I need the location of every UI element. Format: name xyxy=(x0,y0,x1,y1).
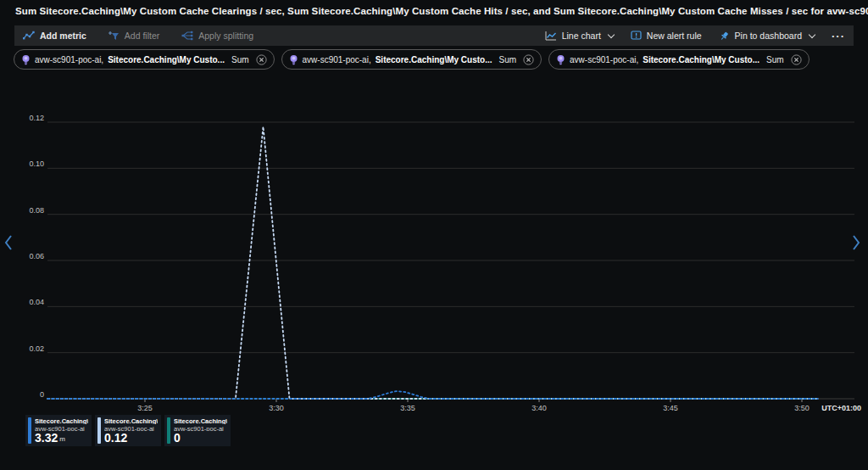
pin-to-dashboard-label: Pin to dashboard xyxy=(735,31,802,41)
legend-card[interactable]: Sitecore.Caching\My ... avw-sc901-poc-ai… xyxy=(164,415,231,446)
apply-splitting-label: Apply splitting xyxy=(198,31,253,41)
add-metric-button[interactable]: Add metric xyxy=(23,31,86,41)
y-tick-label: 0.10 xyxy=(29,159,44,168)
lightbulb-icon xyxy=(289,54,298,65)
legend-row: Sitecore.Caching\My ... avw-sc901-poc-ai… xyxy=(25,415,231,446)
chevron-down-icon xyxy=(809,31,815,37)
y-tick-label: 0 xyxy=(40,390,44,399)
pill-metric: Sitecore.Caching\My Custo... xyxy=(108,55,225,64)
add-filter-button[interactable]: Add filter xyxy=(108,31,159,41)
lightbulb-icon xyxy=(21,54,31,65)
x-tick-label: 3:50 xyxy=(794,404,810,412)
x-tick-label: 3:45 xyxy=(663,404,678,412)
series-line xyxy=(47,391,817,399)
add-filter-label: Add filter xyxy=(125,31,159,41)
pill-resource: avw-sc901-poc-ai, xyxy=(35,55,103,64)
legend-metric-name: Sitecore.Caching\My ... xyxy=(104,417,158,424)
close-icon[interactable] xyxy=(523,54,534,65)
pill-metric: Sitecore.Caching\My Custo... xyxy=(376,55,492,64)
chart-title-bar: Sum Sitecore.Caching\My Custom Cache Cle… xyxy=(15,6,868,16)
splitting-icon xyxy=(181,31,193,41)
pill-resource: avw-sc901-poc-ai, xyxy=(570,55,638,64)
series-line xyxy=(47,126,817,399)
new-alert-rule-button[interactable]: New alert rule xyxy=(631,31,702,41)
y-tick-label: 0.02 xyxy=(29,344,44,353)
chart-type-dropdown[interactable]: Line chart xyxy=(545,31,614,41)
legend-value: 0.12 xyxy=(104,432,127,444)
legend-metric-name: Sitecore.Caching\My ... xyxy=(35,417,88,424)
timezone-label: UTC+01:00 xyxy=(821,404,861,412)
chevron-right-icon xyxy=(851,234,861,251)
metrics-line-chart: 0.120.100.080.060.040.0203:253:303:353:4… xyxy=(0,0,868,470)
pin-icon xyxy=(719,31,730,42)
legend-unit: m xyxy=(59,435,65,444)
pill-resource: avw-sc901-poc-ai, xyxy=(303,55,371,64)
add-metric-label: Add metric xyxy=(40,31,86,41)
x-tick-label: 3:30 xyxy=(269,404,284,412)
legend-resource-name: avw-sc901-poc-ai xyxy=(174,425,227,432)
scroll-left-button[interactable] xyxy=(3,234,14,254)
x-tick-label: 3:40 xyxy=(531,404,547,412)
add-metric-icon xyxy=(23,31,35,41)
series-color-bar xyxy=(28,417,31,444)
more-options-button[interactable]: ··· xyxy=(832,30,845,42)
lightbulb-icon xyxy=(556,54,565,65)
x-tick-label: 3:35 xyxy=(400,404,415,412)
legend-metric-name: Sitecore.Caching\My ... xyxy=(174,417,227,424)
pill-aggregation: Sum xyxy=(499,55,517,64)
y-tick-label: 0.12 xyxy=(29,114,44,122)
metrics-toolbar: Add metric Add filter Apply splitting Li… xyxy=(14,25,854,46)
series-color-bar xyxy=(97,417,101,444)
legend-value: 0 xyxy=(174,432,181,444)
pill-metric: Sitecore.Caching\My Custo... xyxy=(643,55,760,64)
legend-resource-name: avw-sc901-poc-ai xyxy=(35,425,88,432)
legend-card[interactable]: Sitecore.Caching\My ... avw-sc901-poc-ai… xyxy=(25,415,92,446)
legend-value: 3.32 xyxy=(35,432,58,444)
filter-icon xyxy=(108,31,120,41)
y-tick-label: 0.06 xyxy=(29,252,44,260)
legend-card[interactable]: Sitecore.Caching\My ... avw-sc901-poc-ai… xyxy=(95,415,161,446)
apply-splitting-button[interactable]: Apply splitting xyxy=(181,31,253,41)
chart-type-label: Line chart xyxy=(562,31,601,41)
series-color-bar xyxy=(167,417,170,444)
new-alert-rule-label: New alert rule xyxy=(647,31,702,41)
close-icon[interactable] xyxy=(256,54,267,65)
metric-pills-row: avw-sc901-poc-ai,Sitecore.Caching\My Cus… xyxy=(14,49,810,70)
close-icon[interactable] xyxy=(791,54,802,65)
chevron-down-icon xyxy=(608,31,615,37)
page-title: Sum Sitecore.Caching\My Custom Cache Cle… xyxy=(15,6,868,16)
pill-aggregation: Sum xyxy=(766,55,784,64)
pill-aggregation: Sum xyxy=(231,55,249,64)
chevron-left-icon xyxy=(3,234,14,251)
y-tick-label: 0.08 xyxy=(29,206,44,215)
metric-pill[interactable]: avw-sc901-poc-ai,Sitecore.Caching\My Cus… xyxy=(548,49,810,70)
y-tick-label: 0.04 xyxy=(29,298,44,306)
alert-icon xyxy=(631,31,642,41)
scroll-right-button[interactable] xyxy=(851,234,861,254)
line-chart-icon xyxy=(545,31,557,41)
x-tick-label: 3:25 xyxy=(137,404,153,412)
pin-to-dashboard-dropdown[interactable]: Pin to dashboard xyxy=(719,31,815,42)
metric-pill[interactable]: avw-sc901-poc-ai,Sitecore.Caching\My Cus… xyxy=(281,49,542,70)
legend-resource-name: avw-sc901-poc-ai xyxy=(104,425,158,432)
metric-pill[interactable]: avw-sc901-poc-ai,Sitecore.Caching\My Cus… xyxy=(14,49,275,70)
